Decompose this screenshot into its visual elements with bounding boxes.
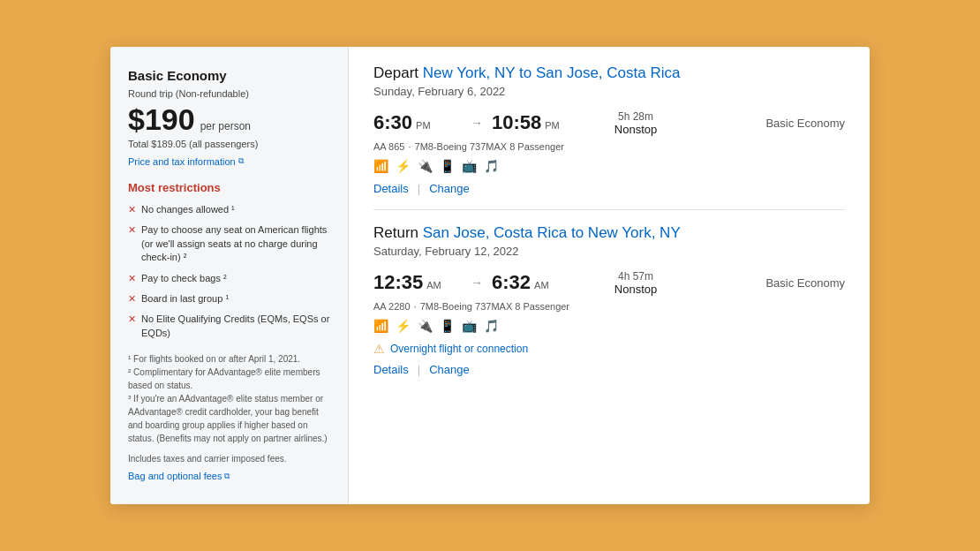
depart-section: Depart New York, NY to San Jose, Costa R…: [373, 64, 845, 195]
trip-type: Round trip (Non-refundable): [128, 88, 330, 99]
return-arrow-icon: →: [471, 276, 483, 290]
footnote-2: ² Complimentary for AAdvantage® elite me…: [128, 366, 330, 392]
return-dot: ·: [414, 301, 417, 312]
return-depart-time: 12:35: [373, 271, 423, 294]
depart-label: Depart: [373, 64, 418, 81]
restriction-text: No changes allowed ¹: [141, 203, 235, 216]
depart-time-block: 6:30 PM: [373, 111, 462, 134]
depart-time: 6:30: [373, 111, 412, 134]
footnotes: ¹ For flights booked on or after April 1…: [128, 352, 330, 445]
arrive-ampm: PM: [545, 120, 560, 131]
section-divider: [373, 209, 845, 210]
return-duration-block: 4h 57m Nonstop: [596, 270, 675, 296]
price-amount: $190: [128, 102, 195, 137]
return-wifi-icon: 📶: [373, 319, 388, 333]
power-icon: ⚡: [396, 159, 411, 173]
depart-amenities: 📶 ⚡ 🔌 📱 📺 🎵: [373, 159, 845, 173]
return-usb-icon: 🔌: [418, 319, 433, 333]
wifi-icon: 📶: [373, 159, 388, 173]
depart-action-sep: |: [418, 182, 420, 195]
usb-icon: 🔌: [418, 159, 433, 173]
price-total: Total $189.05 (all passengers): [128, 139, 330, 149]
right-panel: Depart New York, NY to San Jose, Costa R…: [349, 47, 870, 504]
return-arrive-time: 6:32: [492, 271, 531, 294]
restriction-text: No Elite Qualifying Credits (EQMs, EQSs …: [141, 313, 330, 340]
depart-ampm: PM: [416, 120, 431, 131]
depart-actions: Details | Change: [373, 182, 845, 195]
depart-duration-block: 5h 28m Nonstop: [596, 110, 675, 136]
depart-cabin: Basic Economy: [765, 117, 845, 130]
depart-details-link[interactable]: Details: [373, 182, 409, 195]
depart-header: Depart New York, NY to San Jose, Costa R…: [373, 64, 845, 82]
return-arrive-ampm: AM: [534, 280, 549, 291]
restriction-x-icon: ✕: [128, 313, 136, 325]
restriction-x-icon: ✕: [128, 224, 136, 236]
arrive-time: 10:58: [492, 111, 541, 134]
return-tv-icon: 📺: [462, 319, 477, 333]
overnight-link[interactable]: Overnight flight or connection: [390, 343, 528, 355]
panel-title: Basic Economy: [128, 68, 330, 83]
return-depart-ampm: AM: [426, 280, 441, 291]
return-label: Return: [373, 224, 418, 241]
return-action-sep: |: [418, 363, 420, 376]
restriction-text: Board in last group ¹: [141, 292, 229, 306]
tv-icon: 📺: [462, 159, 477, 173]
restriction-text: Pay to choose any seat on American fligh…: [141, 223, 330, 264]
restrictions-title: Most restrictions: [128, 181, 330, 194]
return-cabin: Basic Economy: [765, 276, 845, 290]
music-icon: 🎵: [484, 159, 499, 173]
warning-icon: ⚠: [373, 342, 385, 356]
restriction-text: Pay to check bags ²: [141, 272, 227, 285]
flight-card: Basic Economy Round trip (Non-refundable…: [110, 47, 870, 504]
return-actions: Details | Change: [373, 363, 845, 376]
return-flight-number: AA 2280: [373, 301, 411, 312]
return-power-icon: ⚡: [396, 319, 411, 333]
restriction-item: ✕ Pay to choose any seat on American fli…: [128, 223, 330, 264]
return-nonstop: Nonstop: [614, 283, 657, 296]
restriction-item: ✕ No Elite Qualifying Credits (EQMs, EQS…: [128, 313, 330, 340]
restriction-item: ✕ Board in last group ¹: [128, 292, 330, 306]
restriction-x-icon: ✕: [128, 273, 136, 284]
includes-text: Includes taxes and carrier imposed fees.: [128, 454, 330, 464]
depart-change-link[interactable]: Change: [429, 182, 470, 195]
return-route: San Jose, Costa Rica to New York, NY: [423, 224, 681, 241]
return-times-row: 12:35 AM → 6:32 AM 4h 57m Nonstop Basic …: [373, 270, 845, 296]
return-section: Return San Jose, Costa Rica to New York,…: [373, 224, 845, 376]
depart-aircraft: 7M8-Boeing 737MAX 8 Passenger: [415, 141, 564, 152]
return-duration: 4h 57m: [618, 270, 653, 283]
footnote-1: ¹ For flights booked on or after April 1…: [128, 352, 330, 366]
restriction-x-icon: ✕: [128, 204, 136, 215]
return-header: Return San Jose, Costa Rica to New York,…: [373, 224, 845, 242]
arrive-time-block: 10:58 PM: [492, 111, 580, 134]
return-aircraft: 7M8-Boeing 737MAX 8 Passenger: [420, 301, 569, 312]
restriction-item: ✕ No changes allowed ¹: [128, 203, 330, 216]
depart-dot: ·: [408, 141, 411, 152]
bag-link[interactable]: Bag and optional fees: [128, 471, 230, 481]
price-tax-link[interactable]: Price and tax information: [128, 156, 244, 167]
return-amenities: 📶 ⚡ 🔌 📱 📺 🎵: [373, 319, 845, 333]
return-phone-icon: 📱: [440, 319, 455, 333]
depart-times-row: 6:30 PM → 10:58 PM 5h 28m Nonstop Basic …: [373, 110, 845, 136]
restriction-item: ✕ Pay to check bags ²: [128, 272, 330, 285]
return-date: Saturday, February 12, 2022: [373, 245, 845, 258]
depart-flight-number: AA 865: [373, 141, 404, 152]
overnight-warning: ⚠ Overnight flight or connection: [373, 342, 845, 356]
return-arrive-time-block: 6:32 AM: [492, 271, 580, 294]
return-music-icon: 🎵: [484, 319, 499, 333]
return-details-link[interactable]: Details: [373, 363, 409, 376]
depart-nonstop: Nonstop: [614, 123, 657, 136]
phone-icon: 📱: [440, 159, 455, 173]
price-per-person: per person: [200, 120, 251, 132]
restriction-x-icon: ✕: [128, 293, 136, 305]
arrow-icon: →: [471, 116, 483, 130]
return-depart-time-block: 12:35 AM: [373, 271, 462, 294]
footnote-3: ³ If you're an AAdvantage® elite status …: [128, 392, 330, 445]
return-flight-info: AA 2280 · 7M8-Boeing 737MAX 8 Passenger: [373, 301, 845, 312]
price-line: $190 per person: [128, 102, 330, 137]
depart-flight-info: AA 865 · 7M8-Boeing 737MAX 8 Passenger: [373, 141, 845, 152]
depart-duration: 5h 28m: [618, 110, 653, 123]
depart-route: New York, NY to San Jose, Costa Rica: [423, 64, 681, 81]
left-panel: Basic Economy Round trip (Non-refundable…: [110, 47, 349, 504]
return-change-link[interactable]: Change: [429, 363, 470, 376]
depart-date: Sunday, February 6, 2022: [373, 85, 845, 98]
